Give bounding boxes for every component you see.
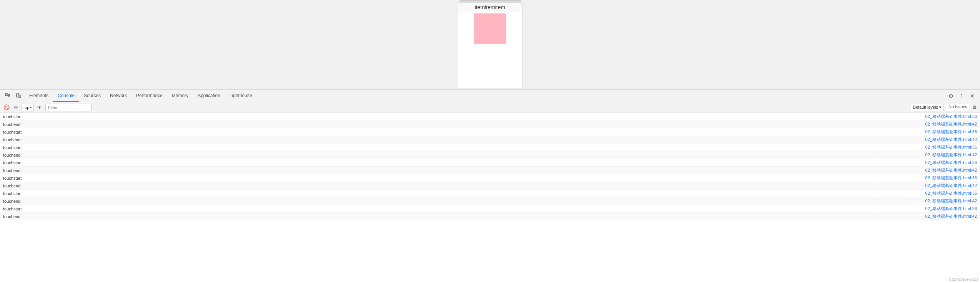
no-issues-button[interactable]: No Issues bbox=[946, 104, 970, 111]
devtools-panel: Elements Console Sources Network Perform… bbox=[0, 89, 980, 283]
source-link[interactable]: 02_移动端基础事件.html:42 bbox=[880, 197, 980, 205]
console-log-left: touchstarttouchendtouchstarttouchendtouc… bbox=[0, 113, 880, 283]
svg-rect-0 bbox=[5, 94, 7, 96]
source-link[interactable]: 02_移动端基础事件.html:42 bbox=[880, 213, 980, 220]
inspect-element-icon[interactable] bbox=[3, 91, 12, 101]
tab-memory[interactable]: Memory bbox=[167, 90, 193, 102]
log-entry: touchend bbox=[0, 213, 880, 220]
console-log-area: touchstarttouchendtouchstarttouchendtouc… bbox=[0, 113, 980, 283]
log-entry: touchend bbox=[0, 182, 880, 190]
item-label: itemitemitem bbox=[458, 3, 522, 12]
source-link[interactable]: 02_移动端基础事件.html:36 bbox=[880, 159, 980, 167]
source-link[interactable]: 02_移动端基础事件.html:36 bbox=[880, 205, 980, 213]
log-entry: touchend bbox=[0, 167, 880, 174]
log-entry: touchend bbox=[0, 121, 880, 128]
devtools-right-icons: ⚙ ⋮ ✕ bbox=[946, 91, 977, 101]
scroll-indicator bbox=[459, 0, 521, 2]
log-entry: touchstart bbox=[0, 128, 880, 136]
tab-sources[interactable]: Sources bbox=[79, 90, 105, 102]
log-entry: touchstart bbox=[0, 144, 880, 151]
browser-viewport: itemitemitem bbox=[0, 0, 980, 89]
tab-network[interactable]: Network bbox=[105, 90, 131, 102]
source-link[interactable]: 02_移动端基础事件.html:42 bbox=[880, 121, 980, 128]
log-entry: touchstart bbox=[0, 159, 880, 167]
expand-console-icon[interactable]: ⊘ bbox=[12, 104, 19, 111]
source-link[interactable]: 02_移动端基础事件.html:36 bbox=[880, 128, 980, 136]
console-settings-icon[interactable]: ⚙ bbox=[972, 104, 977, 110]
tab-elements[interactable]: Elements bbox=[25, 90, 53, 102]
default-levels-dropdown[interactable]: Default levels ▾ bbox=[911, 104, 943, 111]
tab-lighthouse[interactable]: Lighthouse bbox=[225, 90, 257, 102]
tab-application[interactable]: Application bbox=[193, 90, 225, 102]
source-link[interactable]: 02_移动端基础事件.html:42 bbox=[880, 136, 980, 144]
tab-performance[interactable]: Performance bbox=[131, 90, 167, 102]
watermark: CSDN@疯子@123 bbox=[949, 277, 978, 282]
svg-rect-5 bbox=[19, 95, 21, 98]
console-toolbar: 🚫 ⊘ top ▾ 👁 Default levels ▾ No Issues ⚙ bbox=[0, 102, 980, 113]
devtools-header: Elements Console Sources Network Perform… bbox=[0, 90, 980, 102]
log-entry: touchend bbox=[0, 197, 880, 205]
source-link[interactable]: 02_移动端基础事件.html:36 bbox=[880, 113, 980, 121]
settings-icon[interactable]: ⚙ bbox=[946, 91, 955, 101]
log-entry: touchend bbox=[0, 151, 880, 159]
log-entry: touchend bbox=[0, 136, 880, 144]
page-content: itemitemitem bbox=[458, 0, 522, 88]
device-toolbar-icon[interactable] bbox=[14, 91, 23, 101]
more-options-icon[interactable]: ⋮ bbox=[957, 91, 966, 101]
log-entry: touchstart bbox=[0, 113, 880, 121]
console-log-right: 02_移动端基础事件.html:3602_移动端基础事件.html:4202_移… bbox=[880, 113, 980, 283]
top-context-dropdown[interactable]: top ▾ bbox=[22, 104, 34, 111]
clear-console-icon[interactable]: 🚫 bbox=[3, 104, 10, 111]
item-box-container: itemitemitem bbox=[458, 2, 522, 88]
source-link[interactable]: 02_移动端基础事件.html:42 bbox=[880, 151, 980, 159]
source-link[interactable]: 02_移动端基础事件.html:42 bbox=[880, 167, 980, 174]
source-link[interactable]: 02_移动端基础事件.html:42 bbox=[880, 182, 980, 190]
log-entry: touchstart bbox=[0, 205, 880, 213]
pink-box bbox=[474, 13, 506, 44]
dropdown-arrow-icon: ▾ bbox=[30, 106, 32, 109]
tab-console[interactable]: Console bbox=[53, 90, 79, 102]
filter-input[interactable] bbox=[45, 104, 92, 111]
svg-rect-4 bbox=[17, 94, 19, 97]
source-link[interactable]: 02_移动端基础事件.html:36 bbox=[880, 190, 980, 197]
source-link[interactable]: 02_移动端基础事件.html:36 bbox=[880, 144, 980, 151]
log-entry: touchstart bbox=[0, 174, 880, 182]
devtools-tabs: Elements Console Sources Network Perform… bbox=[25, 90, 945, 102]
custom-formatters-icon[interactable]: 👁 bbox=[36, 104, 43, 111]
source-link[interactable]: 02_移动端基础事件.html:36 bbox=[880, 174, 980, 182]
close-devtools-icon[interactable]: ✕ bbox=[968, 91, 977, 101]
log-entry: touchstart bbox=[0, 190, 880, 197]
white-area bbox=[458, 46, 522, 88]
